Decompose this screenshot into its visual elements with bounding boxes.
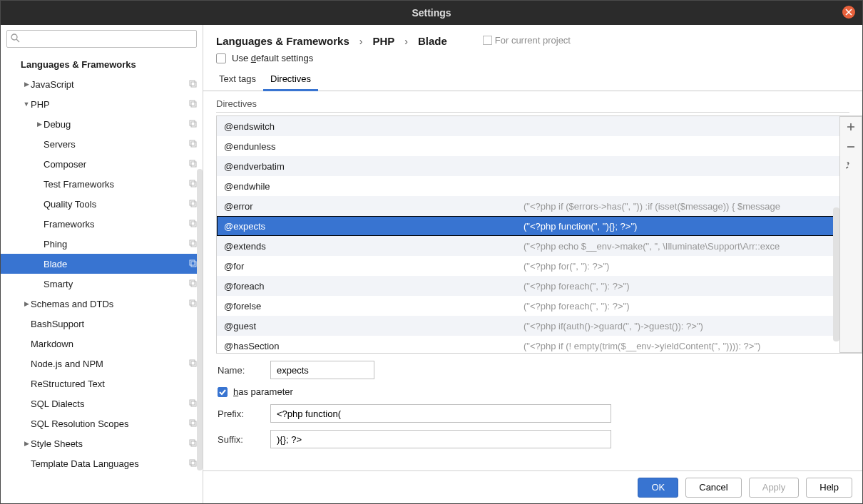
tree-item[interactable]: ▶JavaScript [1,74,203,94]
list-row[interactable]: @endwhile [217,176,839,196]
directive-preview: ("<?php if (! empty(trim($__env->yieldCo… [524,341,832,351]
has-parameter-checkbox[interactable] [218,387,228,397]
tree-item[interactable]: SQL Resolution Scopes [1,413,203,433]
prefix-input[interactable] [270,404,611,423]
tree-item-label: Node.js and NPM [31,359,188,369]
svg-rect-16 [190,220,195,225]
project-scope-icon [188,418,197,429]
directive-name: @for [224,261,516,272]
breadcrumb: Languages & Frameworks › PHP › Blade For… [203,25,862,53]
remove-button[interactable] [839,137,862,157]
tree-item-label: BashSupport [31,319,197,329]
tree-item[interactable]: Servers [1,134,203,154]
directives-list[interactable]: @endswitch@endunless@endverbatim@endwhil… [217,116,839,353]
tree-item[interactable]: ▶Debug [1,114,203,134]
svg-rect-17 [191,222,196,227]
tree-item[interactable]: ▶Style Sheets [1,433,203,453]
scrollbar-thumb[interactable] [833,207,839,341]
search-icon [11,34,20,45]
tree-item-label: JavaScript [31,79,188,90]
tree-item[interactable]: Smarty [1,274,203,294]
tree-item[interactable]: Node.js and NPM [1,354,203,374]
svg-rect-12 [190,180,195,185]
tree-item-label: Style Sheets [31,438,188,449]
tree-item[interactable]: Markdown [1,334,203,354]
tree-item-label: Markdown [31,339,197,349]
tree-item[interactable]: Frameworks [1,214,203,234]
tree-item[interactable]: Test Frameworks [1,174,203,194]
svg-rect-4 [190,101,195,106]
tree-item[interactable]: ▶Schemas and DTDs [1,294,203,314]
directive-name: @endswitch [224,121,516,132]
tree-item-label: SQL Resolution Scopes [31,418,188,429]
list-row[interactable]: @forelse("<?php foreach(", "): ?>") [217,296,839,316]
list-row[interactable]: @endswitch [217,116,839,136]
tab-directives[interactable]: Directives [263,69,318,91]
list-row[interactable]: @endverbatim [217,156,839,176]
ok-button[interactable]: OK [638,478,678,498]
svg-rect-21 [191,262,196,267]
tree-item[interactable]: BashSupport [1,314,203,334]
list-row[interactable]: @expects("<?php function(", "){}; ?>") [217,216,839,236]
project-scope-icon [188,119,197,130]
tree-item[interactable]: SQL Dialects [1,394,203,413]
close-button[interactable] [842,6,855,19]
tree-item[interactable]: Quality Tools [1,194,203,214]
revert-button[interactable] [839,157,862,177]
svg-rect-31 [191,421,196,426]
tree-item[interactable]: Blade [1,254,203,274]
svg-rect-2 [190,81,195,86]
svg-rect-14 [190,200,195,205]
name-input[interactable] [270,361,374,379]
project-scope-icon [188,458,197,469]
tree-item[interactable]: Template Data Languages [1,453,203,473]
list-row[interactable]: @endunless [217,136,839,156]
list-row[interactable]: @extends("<?php echo $__env->make(", ", … [217,236,839,256]
use-default-checkbox[interactable] [216,53,226,63]
search-input[interactable] [6,30,197,48]
svg-rect-35 [191,461,196,466]
suffix-input[interactable] [270,430,611,448]
cancel-button[interactable]: Cancel [685,478,741,498]
name-label: Name: [218,365,260,376]
svg-rect-34 [190,460,195,465]
help-button[interactable]: Help [806,478,852,498]
directive-preview: ("<?php foreach(", "): ?>") [524,281,832,292]
directive-preview: ("<?php echo $__env->make(", ", \Illumin… [524,241,832,252]
tree-item-label: Test Frameworks [44,179,188,190]
project-scope-icon [188,359,197,369]
directive-name: @extends [224,241,516,252]
directive-name: @foreach [224,281,516,292]
scrollbar-thumb[interactable] [197,169,203,470]
svg-rect-26 [190,360,195,365]
project-scope-icon [188,199,197,210]
list-row[interactable]: @for("<?php for(", "): ?>") [217,256,839,276]
list-toolbar [839,116,862,353]
tree-item[interactable]: Phing [1,234,203,254]
list-row[interactable]: @hasSection("<?php if (! empty(trim($__e… [217,336,839,353]
suffix-label: Suffix: [218,434,260,445]
sidebar: Languages & Frameworks ▶JavaScript▼PHP▶D… [1,25,203,503]
tabs: Text tags Directives [203,69,862,91]
settings-tree[interactable]: Languages & Frameworks ▶JavaScript▼PHP▶D… [1,53,203,503]
directive-preview: ("<?php function(", "){}; ?>") [524,221,832,232]
directive-name: @error [224,201,516,212]
tree-item[interactable]: ▼PHP [1,94,203,114]
list-row[interactable]: @error("<?php if ($errors->has(", ")) :i… [217,196,839,216]
tab-text-tags[interactable]: Text tags [212,69,263,91]
tree-item[interactable]: Composer [1,154,203,174]
svg-point-0 [11,34,17,40]
svg-rect-33 [191,441,196,446]
add-button[interactable] [839,117,862,137]
list-row[interactable]: @guest("<?php if(auth()->guard(", ")->gu… [217,316,839,336]
directive-name: @hasSection [224,341,516,351]
tree-category[interactable]: Languages & Frameworks [1,54,203,74]
apply-button[interactable]: Apply [749,478,800,498]
tree-item-label: Quality Tools [44,199,188,210]
tree-item[interactable]: ReStructured Text [1,374,203,394]
svg-rect-22 [190,280,195,285]
directive-name: @expects [224,221,516,232]
chevron-right-icon: › [357,36,366,47]
list-row[interactable]: @foreach("<?php foreach(", "): ?>") [217,276,839,296]
svg-rect-30 [190,420,195,425]
